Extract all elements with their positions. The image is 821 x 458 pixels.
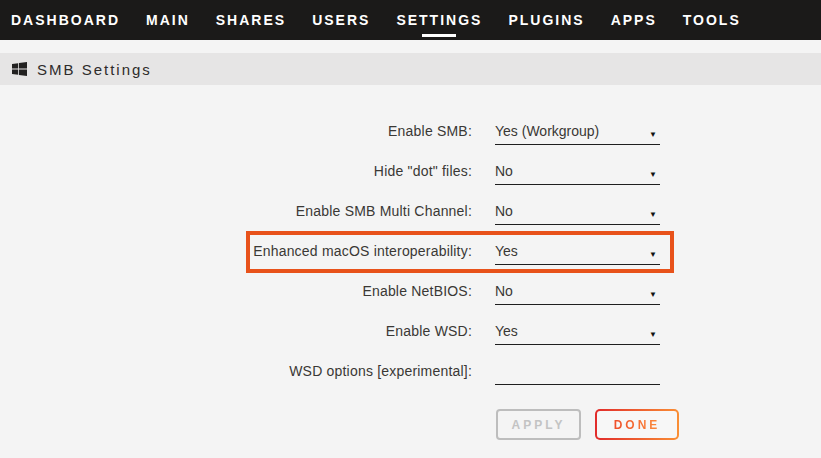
field-label: Hide "dot" files:	[0, 151, 472, 191]
caret-down-icon: ▼	[649, 247, 657, 263]
hide-dot-files-select[interactable]: No ▼	[495, 151, 660, 185]
nav-item-plugins[interactable]: PLUGINS	[508, 12, 584, 28]
caret-down-icon: ▼	[649, 167, 657, 183]
smb-multichannel-select[interactable]: No ▼	[495, 191, 660, 225]
nav-item-apps[interactable]: APPS	[611, 12, 657, 28]
nav-item-shares[interactable]: SHARES	[216, 12, 286, 28]
nav-header-gap	[0, 40, 821, 53]
nav-item-settings[interactable]: SETTINGS	[396, 12, 482, 28]
done-button[interactable]: DONE	[595, 409, 679, 440]
form-row-hide-dot-files: Hide "dot" files: No ▼	[0, 151, 821, 191]
select-value: No	[495, 163, 513, 179]
done-button-face: DONE	[597, 411, 677, 438]
caret-down-icon: ▼	[649, 327, 657, 343]
wsd-select[interactable]: Yes ▼	[495, 311, 660, 345]
field-label: Enable SMB Multi Channel:	[0, 191, 472, 231]
select-value: Yes	[495, 243, 518, 259]
field-label: Enable SMB:	[0, 111, 472, 151]
caret-down-icon: ▼	[649, 127, 657, 143]
wsd-options-input[interactable]	[495, 351, 660, 385]
select-value: Yes (Workgroup)	[495, 123, 599, 139]
nav-item-dashboard[interactable]: DASHBOARD	[11, 12, 120, 28]
form-actions: APPLY DONE	[496, 409, 821, 440]
form-row-enable-smb: Enable SMB: Yes (Workgroup) ▼	[0, 111, 821, 151]
caret-down-icon: ▼	[649, 207, 657, 223]
caret-down-icon: ▼	[649, 287, 657, 303]
select-value: Yes	[495, 323, 518, 339]
form-row-netbios: Enable NetBIOS: No ▼	[0, 271, 821, 311]
apply-button[interactable]: APPLY	[496, 409, 581, 440]
nav-item-main[interactable]: MAIN	[146, 12, 190, 28]
form-row-wsd-options: WSD options [experimental]:	[0, 351, 821, 391]
page-header-bar: SMB Settings	[0, 53, 821, 85]
form-row-wsd: Enable WSD: Yes ▼	[0, 311, 821, 351]
smb-settings-form: Enable SMB: Yes (Workgroup) ▼ Hide "dot"…	[0, 85, 821, 440]
macos-interop-select[interactable]: Yes ▼	[495, 231, 660, 265]
field-label: Enable WSD:	[0, 311, 472, 351]
top-nav: DASHBOARD MAIN SHARES USERS SETTINGS PLU…	[0, 0, 821, 40]
nav-item-tools[interactable]: TOOLS	[683, 12, 741, 28]
field-label: Enable NetBIOS:	[0, 271, 472, 311]
nav-item-users[interactable]: USERS	[312, 12, 370, 28]
page-title: SMB Settings	[37, 61, 152, 78]
netbios-select[interactable]: No ▼	[495, 271, 660, 305]
form-row-smb-multichannel: Enable SMB Multi Channel: No ▼	[0, 191, 821, 231]
windows-icon	[12, 62, 27, 76]
select-value: No	[495, 203, 513, 219]
field-label: Enhanced macOS interoperability:	[0, 231, 472, 271]
form-row-macos-interop: Enhanced macOS interoperability: Yes ▼	[0, 231, 821, 271]
field-label: WSD options [experimental]:	[0, 351, 472, 391]
done-button-label: DONE	[614, 418, 661, 432]
enable-smb-select[interactable]: Yes (Workgroup) ▼	[495, 111, 660, 145]
select-value: No	[495, 283, 513, 299]
